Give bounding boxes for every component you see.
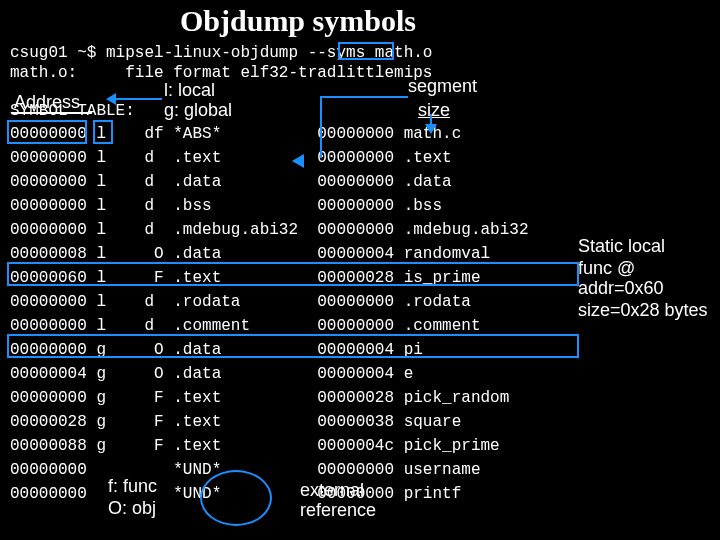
annot-l-local: l: local xyxy=(164,80,215,101)
symbol-table: 00000000 l df *ABS* 00000000 math.c 0000… xyxy=(10,122,528,506)
annot-static-local: Static local xyxy=(578,236,665,257)
arrow-segment-line-v xyxy=(320,96,322,158)
annot-func-at: func @ xyxy=(578,258,635,279)
annot-size: size xyxy=(418,100,450,121)
arrow-scope-head xyxy=(106,93,116,105)
table-row: 00000000 l d .rodata 00000000 .rodata xyxy=(10,290,528,314)
rect-pi-row xyxy=(7,334,579,358)
annot-addr-value: addr=0x60 xyxy=(578,278,664,299)
table-row: 00000000 l d .data 00000000 .data xyxy=(10,170,528,194)
table-row: 00000000 l df *ABS* 00000000 math.c xyxy=(10,122,528,146)
table-row: 00000000 *UND* 00000000 username xyxy=(10,458,528,482)
arrow-size-head xyxy=(425,124,437,134)
table-row: 00000028 g F .text 00000038 square xyxy=(10,410,528,434)
rect-scope-col xyxy=(93,120,113,144)
table-row: 00000000 l d .bss 00000000 .bss xyxy=(10,194,528,218)
table-row: 00000000 g F .text 00000028 pick_random xyxy=(10,386,528,410)
annot-g-global: g: global xyxy=(164,100,232,121)
annot-segment: segment xyxy=(408,76,477,97)
table-row: 00000000 l d .mdebug.abi32 00000000 .mde… xyxy=(10,218,528,242)
slide-title: Objdump symbols xyxy=(180,4,416,38)
arrow-segment-head xyxy=(292,154,304,168)
rect-syms-option xyxy=(338,42,394,60)
arrow-segment-line-h xyxy=(320,96,408,98)
rect-is-prime-row xyxy=(7,262,579,286)
arrow-scope-line xyxy=(112,98,162,100)
table-row: 00000000 l d .text 00000000 .text xyxy=(10,146,528,170)
table-row: 00000004 g O .data 00000004 e xyxy=(10,362,528,386)
table-row: 00000088 g F .text 0000004c pick_prime xyxy=(10,434,528,458)
rect-address-col xyxy=(7,120,87,144)
oval-und xyxy=(200,470,272,526)
annot-size-value: size=0x28 bytes xyxy=(578,300,708,321)
file-format-line: math.o: file format elf32-tradlittlemips xyxy=(10,64,432,82)
symbol-table-heading: SYMBOL TABLE: xyxy=(10,102,135,120)
